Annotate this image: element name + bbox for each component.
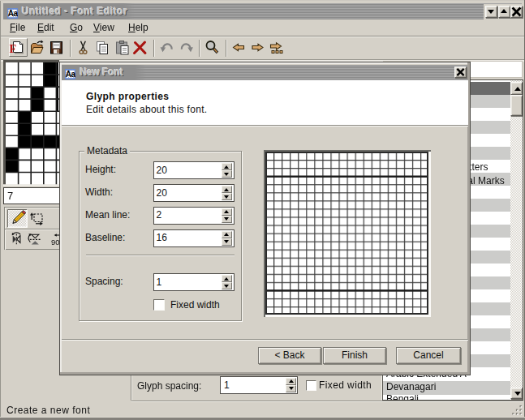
- svg-text:F: F: [10, 43, 17, 55]
- svg-text:90: 90: [51, 238, 60, 246]
- svg-text:Aa: Aa: [66, 70, 75, 79]
- svg-text:Aa: Aa: [7, 9, 17, 18]
